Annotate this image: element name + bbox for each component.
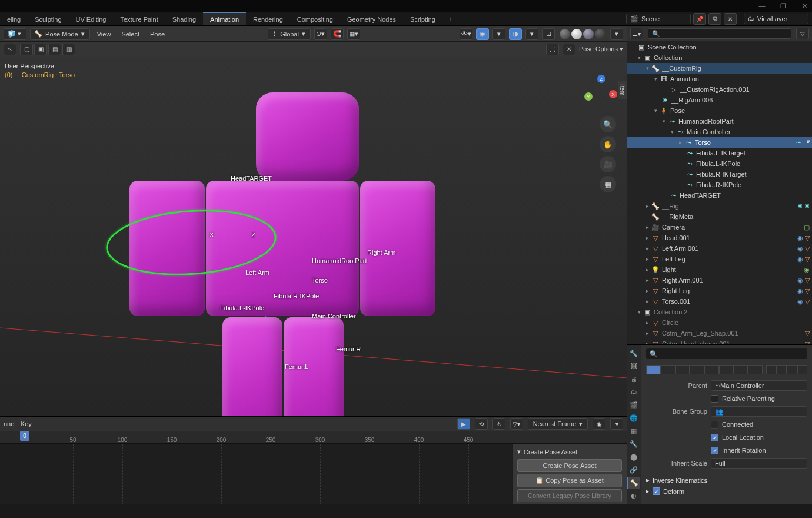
perspective-toggle[interactable]: ▦: [600, 176, 616, 192]
convert-legacy-pose-button[interactable]: Convert Legacy Pose Library: [517, 489, 622, 502]
tab-rendering[interactable]: Rendering: [246, 12, 290, 25]
tab-sculpting[interactable]: Sculpting: [28, 12, 68, 25]
select-mode-3[interactable]: ▤: [48, 44, 61, 55]
tree-light[interactable]: ▸💡Light◉: [627, 264, 812, 275]
tree-animation[interactable]: ▾🎞Animation: [627, 74, 812, 84]
outliner-tree[interactable]: ▣Scene Collection ▾▣Collection ▾🦴__Custo…: [627, 41, 812, 344]
tab-shading[interactable]: Shading: [165, 12, 203, 25]
tree-fib-r-pole[interactable]: ⤳Fibula.R-IKPole: [627, 180, 812, 190]
axis-y-ball[interactable]: Y: [584, 92, 593, 101]
deform-checkbox[interactable]: ✓: [653, 487, 660, 495]
menu-view[interactable]: View: [94, 31, 115, 38]
prop-tab-output[interactable]: 🖨: [627, 373, 640, 385]
tree-action[interactable]: ▷__CustomRigAction.001: [627, 84, 812, 95]
tree-humanoid-root[interactable]: ▾⤳HumanoidRootPart: [627, 116, 812, 127]
relative-parenting-row[interactable]: Relative Parenting: [646, 392, 807, 405]
region-overlap-button[interactable]: ⛶: [546, 44, 559, 55]
local-location-checkbox[interactable]: ✓: [711, 434, 718, 441]
tree-camera[interactable]: ▸🎥Camera▢: [627, 222, 812, 233]
timeline-play-button[interactable]: ▶: [457, 418, 470, 430]
pin-scene-button[interactable]: 📌: [693, 13, 706, 25]
tree-torso-001[interactable]: ▸▽Torso.001◉▽: [627, 296, 812, 307]
timeline-tab-channel[interactable]: nnel: [4, 420, 16, 427]
shading-solid[interactable]: [571, 29, 582, 39]
maximize-button[interactable]: ❐: [778, 2, 788, 10]
outliner-filter[interactable]: ▽: [796, 28, 809, 39]
inherit-rotation-checkbox[interactable]: ✓: [711, 447, 718, 454]
prop-tab-modifiers[interactable]: 🔧: [627, 438, 640, 450]
select-mode-2[interactable]: ▣: [34, 44, 47, 55]
tree-rig[interactable]: ▸🦴__Rig✱✱: [627, 201, 812, 211]
tree-cstm-arm-leg[interactable]: ▸▽Cstm_Arm_Leg_Shap.001▽: [627, 328, 812, 338]
pose-options-dropdown[interactable]: Pose Options ▾: [579, 45, 623, 53]
copy-pose-asset-button[interactable]: 📋 Copy Pose as Asset: [517, 474, 622, 487]
gizmo-options[interactable]: ▾: [492, 28, 505, 40]
tree-circle[interactable]: ▸▽Circle: [627, 317, 812, 328]
inherit-rotation-row[interactable]: ✓ Inherit Rotation: [646, 444, 807, 457]
axis-x-ball[interactable]: X: [609, 90, 617, 98]
timeline-tab-key[interactable]: Key: [21, 420, 32, 427]
deform-section-header[interactable]: ▸ ✓ Deform: [646, 486, 807, 497]
prop-tab-world[interactable]: 🌐: [627, 412, 640, 424]
tab-animation[interactable]: Animation: [203, 12, 246, 25]
viewlayer-selector[interactable]: 🗂 ViewLayer: [744, 14, 808, 24]
prop-tab-object[interactable]: ▦: [627, 425, 640, 437]
prop-tab-physics[interactable]: ⬤: [627, 451, 640, 463]
visibility-dropdown[interactable]: 👁▾: [460, 28, 472, 40]
timeline-options[interactable]: ▾: [610, 418, 623, 430]
timeline-sync-button[interactable]: ⟲: [475, 418, 488, 430]
editor-type-selector[interactable]: 🧊 ▾: [4, 28, 26, 40]
tab-uv-editing[interactable]: UV Editing: [69, 12, 114, 25]
timeline-body[interactable]: ▾ Create Pose Asset ⋯ Create Pose Asset …: [0, 444, 627, 504]
tool-cursor[interactable]: ↖: [4, 44, 16, 55]
bone-group-field[interactable]: 👥: [711, 406, 807, 417]
zoom-button[interactable]: 🔍: [600, 116, 616, 132]
tab-texture-paint[interactable]: Texture Paint: [114, 12, 165, 25]
copy-scene-button[interactable]: ⧉: [708, 13, 721, 25]
tree-scene-collection[interactable]: ▣Scene Collection: [627, 42, 812, 52]
tab-geometry-nodes[interactable]: Geometry Nodes: [340, 12, 403, 25]
shading-material[interactable]: [583, 29, 594, 39]
close-panel-button[interactable]: ✕: [563, 44, 575, 55]
tree-fib-r-target[interactable]: ⤳Fibula.R-IKTarget: [627, 169, 812, 180]
prop-tab-render[interactable]: 🖼: [627, 360, 640, 372]
tab-modeling[interactable]: eling: [0, 12, 28, 25]
parent-value-field[interactable]: ⤳ Main Controller: [711, 380, 807, 391]
tree-collection-2[interactable]: ▾▣Collection 2: [627, 307, 812, 317]
prop-tab-constraints[interactable]: 🔗: [627, 464, 640, 476]
ik-section-header[interactable]: ▸ Inverse Kinematics: [646, 474, 807, 486]
xray-toggle[interactable]: ⊡: [542, 28, 555, 40]
minimize-button[interactable]: —: [757, 2, 767, 10]
shading-wireframe[interactable]: [560, 29, 570, 39]
tree-right-leg[interactable]: ▸▽Right Leg◉▽: [627, 285, 812, 296]
prop-tab-scene[interactable]: 🎬: [627, 399, 640, 411]
mode-selector[interactable]: 🦴 Pose Mode ▾: [30, 28, 90, 40]
tree-left-arm-001[interactable]: ▸▽Left Arm.001◉▽: [627, 243, 812, 254]
panel-options-icon[interactable]: ⋯: [615, 448, 622, 456]
snap-toggle[interactable]: 🧲: [331, 28, 344, 40]
select-mode-1[interactable]: ▢: [20, 44, 33, 55]
tree-fib-l-pole[interactable]: ⤳Fibula.L-IKPole: [627, 158, 812, 169]
orbit-gizmo[interactable]: Z Y X: [584, 75, 618, 109]
tree-main-controller[interactable]: ▾⤳Main Controller: [627, 127, 812, 137]
shading-rendered[interactable]: [595, 29, 605, 39]
outliner-search[interactable]: 🔍: [648, 28, 791, 39]
sidebar-tab-item[interactable]: Item: [618, 81, 627, 99]
gizmo-toggle[interactable]: ◉: [476, 28, 489, 40]
tree-fib-l-target[interactable]: ⤳Fibula.L-IKTarget: [627, 148, 812, 158]
add-workspace-button[interactable]: +: [442, 12, 458, 25]
tree-right-arm-001[interactable]: ▸▽Right Arm.001◉▽: [627, 275, 812, 285]
tree-torso[interactable]: ▸⤳Torso⤳9: [627, 137, 812, 148]
timeline-filter[interactable]: ▽▾: [510, 418, 523, 430]
orientation-selector[interactable]: ⊹ Global ▾: [268, 28, 311, 40]
tree-left-leg[interactable]: ▸▽Left Leg◉▽: [627, 254, 812, 264]
overlays-options[interactable]: ▾: [525, 28, 538, 40]
tree-head-target[interactable]: ⤳HeadTARGET: [627, 190, 812, 201]
pivot-selector[interactable]: ⊙▾: [314, 28, 327, 40]
menu-pose[interactable]: Pose: [147, 31, 168, 38]
select-mode-4[interactable]: ▥: [62, 44, 75, 55]
tab-compositing[interactable]: Compositing: [290, 12, 340, 25]
pose-panel-header[interactable]: ▾ Create Pose Asset ⋯: [515, 446, 624, 457]
viewport-3d[interactable]: User Perspective (0) __CustomRig : Torso: [0, 57, 627, 416]
menu-select[interactable]: Select: [118, 31, 143, 38]
